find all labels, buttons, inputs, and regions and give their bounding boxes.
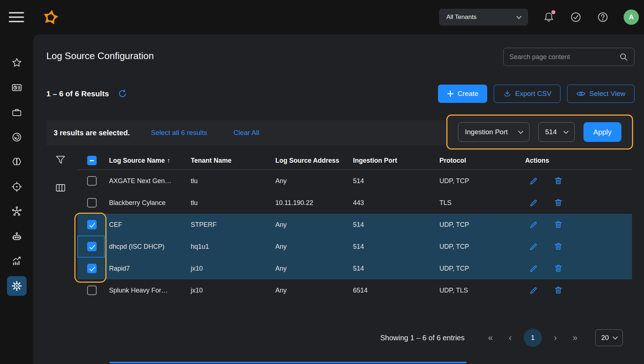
star-icon xyxy=(11,57,22,68)
search-input[interactable]: Search page content xyxy=(503,48,635,66)
column-header-actions: Actions xyxy=(525,157,632,164)
hamburger-menu-icon[interactable] xyxy=(9,9,24,25)
trash-icon xyxy=(554,176,563,186)
cell-protocol: UDP, TCP xyxy=(439,221,525,229)
edit-button[interactable] xyxy=(529,242,538,251)
cell-tenant-name: tlu xyxy=(191,177,275,185)
trash-icon xyxy=(554,198,563,208)
row-checkbox[interactable] xyxy=(87,198,97,208)
cell-log-source-name: Blackberry Cylance xyxy=(105,199,191,207)
next-page-button[interactable]: › xyxy=(551,333,560,343)
sidebar-item-reports[interactable] xyxy=(7,251,27,271)
edit-button[interactable] xyxy=(529,198,538,208)
delete-button[interactable] xyxy=(554,264,563,273)
search-icon[interactable] xyxy=(619,52,628,62)
sidebar-item-cases[interactable] xyxy=(7,102,27,122)
cell-log-source-name: Rapid7 xyxy=(105,265,191,272)
pencil-icon xyxy=(529,198,538,208)
select-view-button[interactable]: Select View xyxy=(567,85,635,103)
cell-log-source-name: Splunk Heavy For… xyxy=(105,287,191,294)
cell-tenant-name: STPERF xyxy=(191,221,275,229)
row-checkbox[interactable] xyxy=(87,176,97,186)
sidebar-item-settings[interactable] xyxy=(7,276,27,296)
columns-button[interactable] xyxy=(55,182,66,193)
previous-page-button[interactable]: ‹ xyxy=(506,333,515,343)
help-button[interactable] xyxy=(597,11,609,23)
sidebar-item-correlation[interactable] xyxy=(7,202,27,221)
clear-all-link[interactable]: Clear All xyxy=(233,129,259,137)
select-all-checkbox[interactable] xyxy=(87,156,97,165)
robot-icon xyxy=(11,231,22,242)
column-header-log-source-address[interactable]: Log Source Address xyxy=(275,157,353,164)
avatar-initial: A xyxy=(629,13,634,21)
pencil-icon xyxy=(529,176,538,186)
page-size-value: 20 xyxy=(601,334,609,342)
selection-count-text: 3 results are selected. xyxy=(54,129,130,137)
table-row[interactable]: AXGATE Next Gen… tlu Any 514 UDP, TCP xyxy=(77,170,632,192)
first-page-button[interactable]: « xyxy=(486,333,495,343)
sidebar-item-automation[interactable] xyxy=(7,226,27,246)
gear-icon xyxy=(11,280,22,291)
chart-icon xyxy=(11,256,22,267)
column-header-log-source-name[interactable]: Log Source Name↑ xyxy=(105,157,191,164)
edit-button[interactable] xyxy=(529,286,538,295)
tasks-button[interactable] xyxy=(570,11,582,23)
column-header-ingestion-port[interactable]: Ingestion Port xyxy=(353,157,439,164)
columns-icon xyxy=(55,182,66,193)
table-row[interactable]: CEF STPERF Any 514 UDP, TCP xyxy=(77,214,632,236)
notifications-button[interactable] xyxy=(543,11,555,23)
apply-button[interactable]: Apply xyxy=(583,122,621,142)
last-page-button[interactable]: » xyxy=(571,333,579,343)
sidebar-item-dashboard[interactable] xyxy=(7,78,27,97)
sidebar-item-favorites[interactable] xyxy=(7,53,27,73)
pagination-summary: Showing 1 – 6 of 6 entries xyxy=(380,334,465,342)
export-csv-button[interactable]: Export CSV xyxy=(494,85,560,103)
notification-dot xyxy=(551,10,555,14)
cell-protocol: TLS xyxy=(439,199,525,207)
delete-button[interactable] xyxy=(554,220,563,229)
search-placeholder: Search page content xyxy=(509,53,570,61)
edit-button[interactable] xyxy=(529,264,538,273)
eye-icon xyxy=(576,89,586,98)
delete-button[interactable] xyxy=(554,176,563,186)
refresh-button[interactable] xyxy=(118,89,127,98)
cell-tenant-name: jx10 xyxy=(191,265,275,272)
cell-log-source-address: Any xyxy=(275,287,353,294)
log-source-table: Log Source Name↑ Tenant Name Log Source … xyxy=(77,151,632,301)
table-row[interactable]: dhcpd (ISC DHCP) hq1u1 Any 514 UDP, TCP xyxy=(77,236,632,257)
sidebar-item-detections[interactable] xyxy=(7,127,27,147)
cell-protocol: UDP, TCP xyxy=(439,177,525,185)
table-row[interactable]: Rapid7 jx10 Any 514 UDP, TCP xyxy=(77,257,632,279)
column-header-tenant-name[interactable]: Tenant Name xyxy=(191,157,275,164)
delete-button[interactable] xyxy=(554,198,563,208)
create-button[interactable]: Create xyxy=(438,85,487,103)
bulk-field-select[interactable]: Ingestion Port xyxy=(458,122,529,142)
stellar-logo-icon[interactable] xyxy=(41,7,61,27)
current-page-button[interactable]: 1 xyxy=(524,329,542,347)
table-row[interactable]: Blackberry Cylance tlu 10.11.190.22 443 … xyxy=(77,192,632,214)
avatar[interactable]: A xyxy=(624,9,639,25)
edit-button[interactable] xyxy=(529,176,538,186)
download-icon xyxy=(503,89,512,98)
row-checkbox[interactable] xyxy=(87,286,97,295)
bulk-value-select[interactable]: 514 xyxy=(538,122,575,142)
horizontal-scrollbar[interactable] xyxy=(109,362,467,363)
edit-button[interactable] xyxy=(529,220,538,229)
page-size-select[interactable]: 20 xyxy=(595,329,623,346)
row-checkbox[interactable] xyxy=(87,264,97,273)
filter-button[interactable] xyxy=(55,155,66,166)
cell-log-source-address: Any xyxy=(275,265,353,272)
help-circle-icon xyxy=(597,11,609,23)
row-checkbox[interactable] xyxy=(87,220,97,229)
column-header-protocol[interactable]: Protocol xyxy=(439,157,525,164)
tenant-selector[interactable]: All Tenants xyxy=(439,9,528,26)
cell-ingestion-port: 443 xyxy=(353,199,439,207)
row-checkbox[interactable] xyxy=(87,242,97,251)
table-row[interactable]: Splunk Heavy For… jx10 Any 6514 UDP, TLS xyxy=(77,279,632,301)
sidebar-item-intelligence[interactable] xyxy=(7,152,27,172)
select-all-link[interactable]: Select all 6 results xyxy=(151,129,207,137)
sidebar-item-hunting[interactable] xyxy=(7,177,27,197)
delete-button[interactable] xyxy=(554,286,563,295)
delete-button[interactable] xyxy=(554,242,563,251)
trash-icon xyxy=(554,264,563,273)
